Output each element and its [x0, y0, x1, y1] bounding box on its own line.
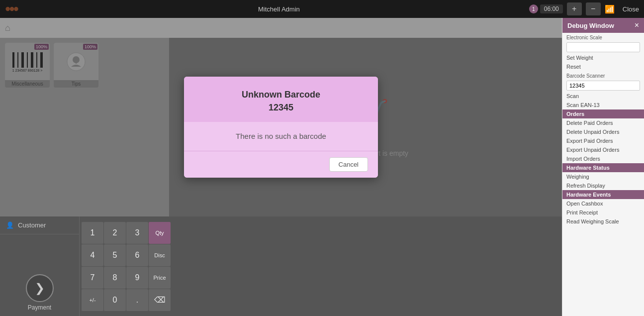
- minus-session-button[interactable]: −: [586, 2, 601, 15]
- numpad-0[interactable]: 0: [104, 289, 126, 311]
- debug-close-button[interactable]: ×: [635, 21, 639, 30]
- debug-hardware-events-header: Hardware Events: [562, 190, 644, 199]
- debug-hardware-status-header: Hardware Status: [562, 163, 644, 172]
- numpad-7[interactable]: 7: [82, 267, 103, 289]
- main-container: ⌂ 100%: [0, 18, 644, 316]
- payment-button[interactable]: ❯ Payment: [26, 274, 54, 311]
- debug-barcode-input[interactable]: [566, 81, 640, 91]
- modal-title-line1: Unknown Barcode: [242, 90, 320, 100]
- debug-orders-header: Orders: [562, 109, 644, 118]
- user-name: Mitchell Admin: [33, 5, 525, 13]
- svg-point-2: [14, 7, 18, 11]
- numpad-1[interactable]: 1: [82, 222, 103, 244]
- numpad-dot[interactable]: .: [126, 289, 148, 311]
- numpad-price[interactable]: Price: [149, 267, 171, 289]
- modal-title: Unknown Barcode 12345: [194, 89, 368, 113]
- debug-set-weight-button[interactable]: Set Weight: [562, 53, 644, 62]
- debug-export-paid-orders[interactable]: Export Paid Orders: [562, 136, 644, 145]
- debug-barcode-section: Barcode Scanner Scan Scan EAN-13: [562, 71, 644, 109]
- numpad-5[interactable]: 5: [104, 244, 126, 266]
- home-icon[interactable]: ⌂: [5, 23, 10, 33]
- topbar: Mitchell Admin 1 06:00 + − 📶 Close: [0, 0, 644, 18]
- numpad-8[interactable]: 8: [104, 267, 126, 289]
- numpad-qty[interactable]: Qty: [149, 222, 171, 244]
- payment-circle: ❯: [26, 274, 54, 302]
- debug-title: Debug Window: [567, 22, 614, 29]
- customer-section: 👤 Customer ❯ Payment: [0, 216, 80, 316]
- debug-export-unpaid-orders[interactable]: Export Unpaid Orders: [562, 145, 644, 154]
- bottom-area: 👤 Customer ❯ Payment 1 2 3 Qty 4 5 6: [0, 216, 562, 316]
- numpad-backspace[interactable]: ⌫: [149, 289, 171, 311]
- numpad-6[interactable]: 6: [126, 244, 148, 266]
- debug-scale-input[interactable]: [566, 42, 640, 52]
- modal-body: There is no such a barcode: [184, 122, 378, 151]
- payment-label: Payment: [28, 304, 51, 311]
- debug-barcode-label: Barcode Scanner: [562, 71, 644, 80]
- numpad: 1 2 3 Qty 4 5 6 Disc 7 8 9 Price +/- 0 .…: [80, 216, 173, 316]
- numpad-4[interactable]: 4: [82, 244, 103, 266]
- unknown-barcode-modal: Unknown Barcode 12345 There is no such a…: [184, 77, 378, 177]
- debug-refresh-display[interactable]: Refresh Display: [562, 181, 644, 190]
- debug-open-cashbox[interactable]: Open Cashbox: [562, 199, 644, 208]
- debug-print-receipt[interactable]: Print Receipt: [562, 208, 644, 217]
- cancel-button[interactable]: Cancel: [329, 157, 368, 172]
- numpad-disc[interactable]: Disc: [149, 244, 171, 266]
- debug-reset-button[interactable]: Reset: [562, 62, 644, 71]
- debug-scan-button[interactable]: Scan: [562, 92, 644, 101]
- session-badge: 1: [529, 4, 538, 13]
- numpad-2[interactable]: 2: [104, 222, 126, 244]
- pos-topbar: ⌂: [0, 18, 562, 38]
- debug-window: Debug Window × Electronic Scale Set Weig…: [562, 18, 644, 316]
- debug-import-orders[interactable]: Import Orders: [562, 154, 644, 163]
- odoo-logo: [5, 2, 19, 16]
- numpad-9[interactable]: 9: [126, 267, 148, 289]
- debug-delete-unpaid-orders[interactable]: Delete Unpaid Orders: [562, 127, 644, 136]
- modal-overlay: Unknown Barcode 12345 There is no such a…: [0, 38, 562, 216]
- numpad-plusminus[interactable]: +/-: [82, 289, 103, 311]
- debug-delete-paid-orders[interactable]: Delete Paid Orders: [562, 118, 644, 127]
- customer-button[interactable]: 👤 Customer: [0, 216, 79, 234]
- close-button[interactable]: Close: [623, 5, 639, 13]
- debug-header: Debug Window ×: [562, 18, 644, 33]
- pos-content: 100% 1 234567 890128 >: [0, 38, 562, 216]
- modal-title-line2: 12345: [269, 103, 293, 112]
- debug-scan-ean13-button[interactable]: Scan EAN-13: [562, 101, 644, 109]
- wifi-icon: 📶: [605, 4, 615, 14]
- debug-weighing[interactable]: Weighing: [562, 172, 644, 181]
- add-session-button[interactable]: +: [567, 2, 582, 15]
- debug-read-weighing-scale[interactable]: Read Weighing Scale: [562, 217, 644, 226]
- modal-footer: Cancel: [184, 151, 378, 178]
- modal-header: Unknown Barcode 12345: [184, 77, 378, 121]
- customer-label: Customer: [18, 221, 46, 229]
- session-time: 06:00: [540, 4, 563, 13]
- debug-scale-label: Electronic Scale: [562, 33, 644, 41]
- modal-message: There is no such a barcode: [236, 132, 326, 140]
- svg-point-1: [10, 7, 14, 11]
- customer-icon: 👤: [6, 221, 14, 229]
- svg-point-0: [5, 7, 9, 11]
- session-info: 1 06:00: [529, 4, 563, 13]
- debug-scale-section: Electronic Scale Set Weight Reset: [562, 33, 644, 71]
- numpad-3[interactable]: 3: [126, 222, 148, 244]
- payment-icon: ❯: [35, 281, 45, 295]
- pos-area: ⌂ 100%: [0, 18, 562, 316]
